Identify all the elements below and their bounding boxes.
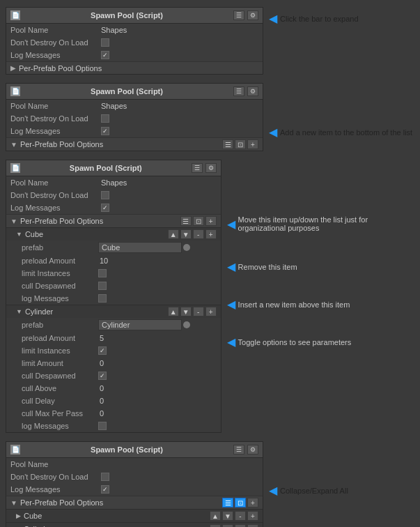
log-messages-checkbox3[interactable]: [101, 204, 109, 212]
cube-remove-btn[interactable]: -: [193, 229, 204, 239]
reorder-btn3[interactable]: ☰: [180, 216, 192, 226]
cube-up-btn4[interactable]: ▲: [210, 511, 221, 521]
cube-title: Cube: [25, 230, 168, 238]
cyl-cull-checkbox[interactable]: [98, 372, 107, 380]
annotation-text4: Collapse/Expand All: [280, 486, 348, 496]
annotation-text: Click the bar to expand: [280, 14, 359, 24]
cube-limit-inst-checkbox[interactable]: [98, 269, 107, 277]
section-arrow4: ▼: [10, 499, 17, 507]
pool-name-value2: Shapes: [101, 102, 127, 110]
log-messages-checkbox[interactable]: [101, 51, 109, 59]
panel1-settings-btn[interactable]: ⚙: [247, 10, 258, 20]
dont-destroy-row2: Don't Destroy On Load: [6, 112, 263, 125]
cylinder-item-header[interactable]: ▼ Cylinder ▲ ▼ - +: [6, 305, 221, 318]
cyl-down-btn4[interactable]: ▼: [222, 524, 233, 527]
cube-prefab-dot[interactable]: [183, 244, 190, 251]
cube-log-label: log Messages: [22, 294, 98, 303]
panel2-settings-btn[interactable]: ⚙: [247, 86, 258, 96]
panel3-menu-btn[interactable]: ☰: [192, 163, 203, 173]
panel1-group: 📄 Spawn Pool (Script) ☰ ⚙ Pool Name Shap…: [6, 7, 414, 75]
cyl-cull-label: cull Despawned: [22, 372, 98, 380]
cube-insert-btn[interactable]: +: [205, 229, 217, 239]
cyl-remove-btn[interactable]: -: [193, 307, 204, 316]
pool-name-label2: Pool Name: [10, 102, 101, 110]
dont-destroy-checkbox2[interactable]: [101, 114, 109, 123]
log-messages-checkbox2[interactable]: [101, 127, 109, 135]
per-prefab-section-expanded[interactable]: ▼ Per-Prefab Pool Options ☰ ⊡ +: [6, 137, 263, 151]
panel1-controls: ☰ ⚙: [233, 10, 258, 20]
cube-prefab-value[interactable]: Cube: [98, 242, 182, 253]
dont-destroy-checkbox[interactable]: [101, 38, 109, 47]
cube-item-header[interactable]: ▼ Cube ▲ ▼ - +: [6, 227, 221, 240]
cyl-prefab-value[interactable]: Cylinder: [98, 319, 182, 330]
cube-item-header4[interactable]: ▶ Cube ▲ ▼ - +: [6, 509, 263, 522]
cyl-remove-btn4[interactable]: -: [235, 524, 246, 527]
cyl-limit-inst-row: limit Instances: [6, 344, 221, 357]
arrow-icon4: ◀: [269, 483, 277, 498]
annotation-text2: Add a new item to the bottom of the list: [280, 128, 412, 138]
per-prefab-section4[interactable]: ▼ Per-Prefab Pool Options ☰ ⊡ +: [6, 496, 263, 509]
log-messages-row3: Log Messages: [6, 201, 221, 214]
pool-name-label3: Pool Name: [10, 178, 101, 187]
cyl-limit-inst-checkbox[interactable]: [98, 346, 107, 355]
expand-btn3[interactable]: ⊡: [193, 216, 204, 226]
cube-down-btn4[interactable]: ▼: [222, 511, 233, 521]
cube-limit-inst-row: limit Instances: [6, 267, 221, 280]
cube-log-row: log Messages: [6, 292, 221, 305]
annotation-move: ◀ Move this item up/down the list just f…: [227, 215, 414, 232]
panel2-menu-btn[interactable]: ☰: [233, 86, 244, 96]
script-icon2: 📄: [10, 86, 20, 96]
panel3-header: 📄 Spawn Pool (Script) ☰ ⚙: [6, 160, 221, 176]
add-btn[interactable]: +: [247, 139, 258, 149]
dont-destroy-checkbox3[interactable]: [101, 191, 109, 199]
cylinder-controls: ▲ ▼ - +: [168, 307, 217, 316]
per-prefab-section-collapsed[interactable]: ▶ Per-Prefab Pool Options: [6, 61, 263, 74]
cube-insert-btn4[interactable]: +: [247, 511, 258, 521]
cyl-delay-row: cull Delay 0: [6, 395, 221, 407]
cube-cull-checkbox[interactable]: [98, 282, 107, 290]
cyl-insert-btn4[interactable]: +: [247, 524, 258, 527]
cube-log-checkbox[interactable]: [98, 294, 107, 303]
per-prefab-section3[interactable]: ▼ Per-Prefab Pool Options ☰ ⊡ +: [6, 214, 221, 227]
add-btn3[interactable]: +: [205, 216, 217, 226]
expand-btn[interactable]: ⊡: [235, 139, 246, 149]
script-icon4: 📄: [10, 445, 20, 455]
log-messages-label: Log Messages: [10, 51, 101, 59]
panel3-group: 📄 Spawn Pool (Script) ☰ ⚙ Pool Name Shap…: [6, 160, 414, 433]
panel3-settings-btn[interactable]: ⚙: [205, 163, 217, 173]
cyl-insert-btn[interactable]: +: [205, 307, 217, 316]
log-messages-row2: Log Messages: [6, 125, 263, 137]
reorder-btn[interactable]: ☰: [222, 139, 233, 149]
cube-up-btn[interactable]: ▲: [168, 229, 179, 239]
annotation-toggle: ◀ Toggle options to see parameters: [227, 335, 414, 349]
reorder-btn4[interactable]: ☰: [222, 498, 233, 507]
panel1-menu-btn[interactable]: ☰: [233, 10, 244, 20]
cylinder-item-header4[interactable]: ▶ Cylinder ▲ ▼ - +: [6, 522, 263, 527]
panel4-settings-btn[interactable]: ⚙: [247, 445, 258, 455]
pool-name-row: Pool Name Shapes: [6, 24, 263, 36]
panel3-annotations: ◀ Move this item up/down the list just f…: [227, 160, 414, 349]
dont-destroy-label2: Don't Destroy On Load: [10, 114, 101, 123]
section-arrow-right: ▶: [10, 64, 16, 72]
cyl-limit-amt-row: limit Amount 0: [6, 357, 221, 369]
add-btn4[interactable]: +: [247, 498, 258, 507]
cyl-up-btn[interactable]: ▲: [168, 307, 179, 316]
cyl-prefab-dot[interactable]: [183, 321, 190, 328]
panel1-title: Spawn Pool (Script): [23, 11, 231, 20]
cyl-down-btn[interactable]: ▼: [180, 307, 192, 316]
expand-btn4[interactable]: ⊡: [235, 498, 246, 507]
annotation-remove-text: Remove this item: [238, 263, 297, 271]
cube-remove-btn4[interactable]: -: [235, 511, 246, 521]
panel2-group: 📄 Spawn Pool (Script) ☰ ⚙ Pool Name Shap…: [6, 83, 414, 151]
panel4-menu-btn[interactable]: ☰: [233, 445, 244, 455]
cyl-log-checkbox[interactable]: [98, 422, 107, 430]
cyl-max-row: cull Max Per Pass 0: [6, 407, 221, 420]
cyl-up-btn4[interactable]: ▲: [210, 524, 221, 527]
cyl-max-label: cull Max Per Pass: [22, 409, 98, 418]
arrow-icon: ◀: [269, 11, 277, 26]
panel4-controls: ☰ ⚙: [233, 445, 258, 455]
log-messages-checkbox4[interactable]: [101, 485, 109, 494]
dont-destroy-row3: Don't Destroy On Load: [6, 189, 221, 201]
cube-down-btn[interactable]: ▼: [180, 229, 192, 239]
dont-destroy-checkbox4[interactable]: [101, 473, 109, 481]
